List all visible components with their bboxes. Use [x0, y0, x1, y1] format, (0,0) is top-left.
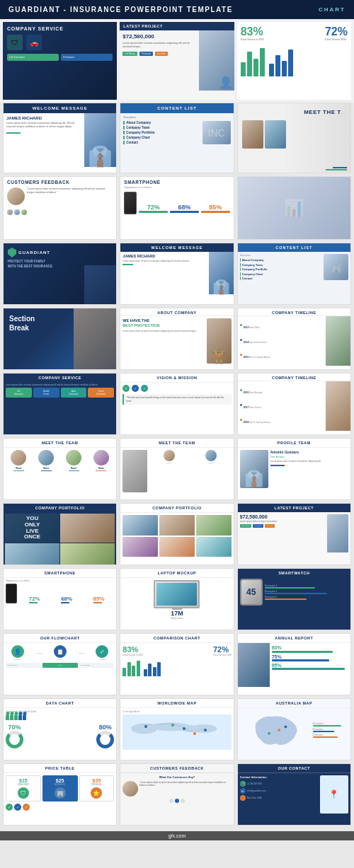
port1-img2 [5, 543, 59, 565]
cl-slide-header: CONTENT LIST [238, 243, 350, 252]
cc-label1: Good Service in 2017 [122, 654, 143, 656]
svg-point-7 [191, 724, 217, 733]
lp-badge-1: Life Money [122, 52, 137, 56]
wm-header: WORLDWIDE MAP [120, 699, 233, 708]
timeline-photo-1 [326, 316, 350, 366]
slide-annual-report[interactable]: ANNUAL REPORT 80% 75% [237, 633, 351, 695]
mt1-p4 [93, 450, 109, 465]
cl-item-1: About Company [123, 121, 198, 125]
slide-meet-team-2[interactable]: MEET THE TEAM Name Name [120, 438, 234, 500]
welcome-photo: 👔 [84, 113, 116, 167]
price-business[interactable]: $25 BUSINESS 🏢 [42, 775, 78, 802]
slide-smartwatch[interactable]: SMARTWATCH 45 Description 1 Description … [237, 568, 351, 630]
mt2-featured-photo [122, 450, 147, 492]
sp-pct1: 72% [139, 204, 168, 211]
top-charts[interactable]: 83% Good Service in 2017 72% Good Servic… [237, 22, 351, 100]
cs-block-4: HomeInsurance [88, 388, 114, 398]
cs-text: Lorem ipsum dolor sit amet consectetur a… [6, 383, 114, 386]
about-photo: 🏋 [207, 318, 232, 364]
slide-our-contact[interactable]: OUR CONTACT Contact Information 📞 +1 234… [237, 763, 351, 826]
top-content-list[interactable]: CONTENT LIST Description About Company C… [120, 103, 234, 173]
top-smartphone[interactable]: SMARTPHONE Happiness is a choice 72% 68%… [120, 176, 234, 240]
cl-portfolio: Company Portfolio [240, 267, 321, 271]
port2-img4 [122, 537, 158, 557]
slide-vision-mission[interactable]: VISION & MISSION ✓ ✓ ✓ "The best and mos… [120, 373, 234, 435]
am-header: AUSTRALIA MAP [238, 699, 350, 708]
svg-point-8 [278, 729, 280, 731]
svg-point-9 [268, 732, 270, 735]
cs-service-block-1: Life Insurance [7, 54, 59, 61]
slide-company-timeline[interactable]: COMPANY TIMELINE 2013 New Office 2014 Op… [237, 308, 351, 370]
chart-label1: Good Service in 2017 [241, 38, 265, 41]
sp-phone-img [124, 192, 137, 214]
lp-amount: $72,580,000 [122, 33, 195, 40]
cl-desc: Description [240, 254, 321, 257]
top-preview-area: COMPANY SERVICE 🛡 🚗 Life Insurance Prote… [0, 19, 354, 103]
laptop-header: LAPTOP MOCKUP [120, 569, 233, 578]
catalog-row-8: DATA CHART Customers & Products Data [3, 698, 351, 760]
content-list-desc: Description [123, 116, 230, 119]
slide-flowchart[interactable]: OUR FLOWCHART 👤 Step 01 📋 Step 02 ✓ [3, 633, 117, 695]
slide-price-table[interactable]: PRICE TABLE $15 STANDARD 🛡 $25 BUSINESS … [3, 763, 117, 826]
guardiant-logo-text: GUARDIANT [8, 248, 112, 257]
wm-text: Lorem ipsum dolor sit amet consectetur a… [122, 260, 206, 262]
slide-latest-project[interactable]: LATEST PROJECT $72,580,000 Lorem ipsum d… [237, 503, 351, 565]
second-preview-row: WELCOME MESSAGE JAMES RICHARD Lorem ipsu… [0, 103, 354, 176]
chart-pct1: 83% [241, 25, 265, 38]
catalog-row-5: COMPANY PORTFOLIO YOUONLYLIVEONCE COMPAN… [3, 503, 351, 565]
port2-img3 [196, 515, 232, 536]
cl-photo: 🏢 [324, 254, 348, 280]
catalog-row-1: GUARDIANT PROTECT YOUR FAMILYWITH THE BE… [3, 243, 351, 305]
pt-slide-header: PRICE TABLE [4, 764, 116, 773]
catalog-row-4: MEET THE TEAM Name Name Name [3, 438, 351, 500]
about-header: ABOUT COMPANY [120, 308, 233, 316]
catalog-row-2: SectionBreak ABOUT COMPANY WE HAVE THEBE… [3, 308, 351, 370]
sw-header: SMARTWATCH [238, 569, 350, 577]
top-welcome[interactable]: WELCOME MESSAGE JAMES RICHARD Lorem ipsu… [3, 103, 117, 173]
cs-slide-title: COMPANY SERVICE [4, 374, 116, 382]
lp-slide-amount: $72,580,000 [240, 514, 326, 519]
slide-customers-feedback[interactable]: CUSTOMERS FEEDBACK What Our Customers Sa… [120, 763, 234, 826]
top-company-service[interactable]: COMPANY SERVICE 🛡 🚗 Life Insurance Prote… [3, 22, 117, 100]
lp-badge-3: Low Risk [155, 52, 168, 56]
slide-welcome[interactable]: WELCOME MESSAGE JAMES RICHARD Lorem ipsu… [120, 243, 234, 305]
sp-slide-header: SMARTPHONE [4, 569, 116, 578]
lp-label: LATEST PROJECT [120, 22, 234, 30]
top-latest-project[interactable]: LATEST PROJECT $72,580,000 Lorem ipsum d… [120, 22, 234, 100]
slide-guardiant[interactable]: GUARDIANT PROTECT YOUR FAMILYWITH THE BE… [3, 243, 117, 305]
pt-photo: 👔 [240, 450, 268, 488]
slide-about-company[interactable]: ABOUT COMPANY WE HAVE THEBEST PROTECTION… [120, 308, 234, 370]
cc-pct1: 83% [122, 645, 143, 654]
vm-header: VISION & MISSION [120, 374, 233, 383]
cc-header: COMPARISON CHART [120, 634, 233, 643]
slide-company-service[interactable]: COMPANY SERVICE Lorem ipsum dolor sit am… [3, 373, 117, 435]
slide-content-list[interactable]: CONTENT LIST Description About Company C… [237, 243, 351, 305]
slide-section-break[interactable]: SectionBreak [3, 308, 117, 370]
top-customers-feedback[interactable]: CUSTOMERS FEEDBACK "Lorem ipsum dolor si… [3, 176, 117, 240]
slide-australia-map[interactable]: AUSTRALIA MAP Description [237, 698, 351, 760]
slide-laptop[interactable]: LAPTOP MOCKUP 17M Active Users [120, 568, 234, 630]
slide-profile-team[interactable]: PROFILE TEAM 👔 Antonio Gustavo Team Mana… [237, 438, 351, 500]
sp-slide-subtitle: Happiness is a choice [6, 579, 114, 582]
cf-text: "Lorem ipsum dolor sit amet consectetur … [27, 187, 113, 195]
slide-portfolio-1[interactable]: COMPANY PORTFOLIO YOUONLYLIVEONCE [3, 503, 117, 565]
pt-role: Team Manager [270, 456, 348, 458]
price-standard[interactable]: $15 STANDARD 🛡 [6, 775, 41, 802]
mt1-p2 [38, 450, 54, 465]
top-meet-team[interactable]: MEET THE T... [237, 103, 351, 173]
slide-worldwide-map[interactable]: WORLDWIDE MAP Coverage Area [120, 698, 234, 760]
price-premium[interactable]: $35 PREMIUM ⭐ [79, 775, 115, 802]
laptop-stat-label: Active Users [122, 617, 231, 620]
slide-smartphone[interactable]: SMARTPHONE Happiness is a choice 72% 68% [3, 568, 117, 630]
slide-portfolio-2[interactable]: COMPANY PORTFOLIO [120, 503, 234, 565]
cl-item-4: Company Chart [123, 136, 198, 139]
lp-desc: Lorem ipsum dolor sit amet consectetur a… [122, 42, 195, 49]
lp-slide-header: LATEST PROJECT [238, 504, 350, 512]
slide-meet-team-1[interactable]: MEET THE TEAM Name Name Name [3, 438, 117, 500]
slide-comparison[interactable]: COMPARISON CHART 83% Good Service in 201… [120, 633, 234, 695]
sw-watch: 45 [240, 579, 263, 606]
slide-company-timeline-2[interactable]: COMPANY TIMELINE 2016 New Manager 2017 N… [237, 373, 351, 435]
chart-icon: CHART [319, 6, 346, 13]
slide-data-chart[interactable]: DATA CHART Customers & Products Data [3, 698, 117, 760]
sp-subtitle: Happiness is a choice [120, 185, 233, 190]
